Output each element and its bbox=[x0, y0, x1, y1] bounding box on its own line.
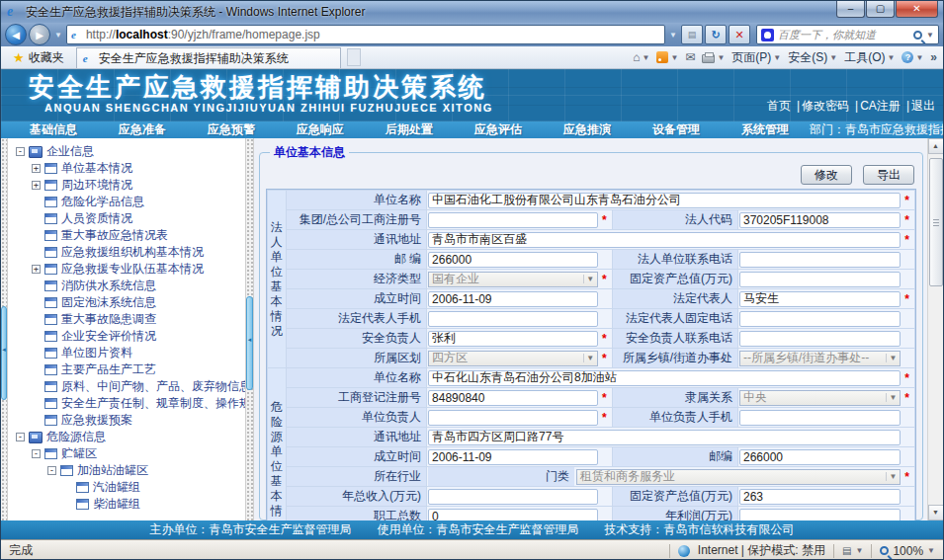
mail-button[interactable]: ✉ bbox=[685, 50, 695, 64]
nav-basic-info[interactable]: 基础信息 bbox=[9, 121, 98, 138]
stop-button[interactable]: ✕ bbox=[729, 25, 750, 44]
tree-toggle[interactable]: + bbox=[32, 265, 41, 274]
text-input[interactable] bbox=[428, 489, 598, 505]
nav-emergency-prepare[interactable]: 应急准备 bbox=[98, 121, 187, 138]
tree-item[interactable]: 原料、中间产物、产品、废弃物信息 bbox=[10, 378, 245, 395]
text-input[interactable] bbox=[428, 449, 598, 465]
address-field[interactable]: e http://localhost:90/yjzh/frame/homepag… bbox=[66, 25, 665, 44]
scroll-up-arrow[interactable]: ▲ bbox=[928, 138, 944, 154]
tree-item[interactable]: 危险化学品信息 bbox=[10, 194, 245, 210]
tree-item[interactable]: 单位图片资料 bbox=[10, 345, 245, 361]
back-button[interactable]: ◀ bbox=[5, 24, 27, 45]
zoom-control[interactable]: 100% ▼ bbox=[880, 544, 935, 558]
minimize-button[interactable]: – bbox=[836, 1, 865, 18]
text-input[interactable] bbox=[428, 212, 598, 228]
refresh-button[interactable]: ↻ bbox=[705, 25, 727, 44]
browser-tab[interactable]: e 安全生产应急救援指挥辅助决策系统 bbox=[76, 47, 341, 68]
dropdown-select[interactable]: 租赁和商务服务业▼ bbox=[576, 469, 901, 485]
maximize-button[interactable]: ▢ bbox=[866, 1, 895, 18]
tree-toggle[interactable]: - bbox=[16, 433, 25, 441]
close-button[interactable]: ✕ bbox=[896, 1, 938, 18]
text-input[interactable] bbox=[428, 430, 901, 445]
tree-item[interactable]: 固定泡沫系统信息 bbox=[10, 294, 245, 311]
menu-page[interactable]: 页面(P)▼ bbox=[731, 49, 781, 66]
text-input[interactable] bbox=[428, 252, 598, 268]
tree-item[interactable]: +应急救援专业队伍基本情况 bbox=[10, 261, 245, 278]
nav-post-disposal[interactable]: 后期处置 bbox=[365, 121, 454, 138]
tree-toggle[interactable]: + bbox=[32, 181, 41, 190]
vertical-scrollbar[interactable]: ▲ ▼ bbox=[927, 138, 943, 520]
protected-mode-menu[interactable]: ▤▼ bbox=[842, 545, 863, 556]
print-button[interactable]: ▼ bbox=[702, 51, 725, 63]
text-input[interactable] bbox=[739, 291, 901, 307]
tree-item[interactable]: -贮罐区 bbox=[10, 445, 245, 462]
text-input[interactable] bbox=[739, 449, 901, 465]
text-input[interactable] bbox=[739, 212, 901, 228]
new-tab-button[interactable] bbox=[347, 48, 361, 66]
modify-button[interactable]: 修改 bbox=[801, 165, 852, 185]
search-dropdown-icon[interactable]: ▼ bbox=[926, 31, 934, 40]
export-button[interactable]: 导出 bbox=[863, 165, 914, 185]
tree-item[interactable]: 重大事故隐患调查 bbox=[10, 311, 245, 328]
tree-item[interactable]: -加油站油罐区 bbox=[10, 462, 245, 479]
dropdown-select[interactable]: 国有企业▼ bbox=[428, 272, 598, 287]
text-input[interactable] bbox=[739, 489, 901, 505]
text-input[interactable] bbox=[428, 370, 901, 386]
forward-button[interactable]: ▶ bbox=[29, 24, 50, 45]
address-dropdown-icon[interactable]: ▼ bbox=[667, 31, 679, 40]
text-input[interactable] bbox=[428, 232, 901, 248]
tree-form-splitter[interactable] bbox=[245, 138, 254, 520]
tree-toggle[interactable]: + bbox=[32, 164, 41, 173]
favorites-button[interactable]: ★ 收藏夹 bbox=[7, 47, 70, 68]
dropdown-select[interactable]: 四方区▼ bbox=[428, 351, 598, 366]
splitter-collapse-handle[interactable] bbox=[246, 296, 253, 390]
tree-item[interactable]: 重大事故应急情况表 bbox=[10, 227, 245, 244]
text-input[interactable] bbox=[428, 410, 598, 426]
text-input[interactable] bbox=[428, 193, 901, 208]
toolbar-overflow-chevron[interactable]: » bbox=[930, 50, 937, 64]
menu-tools[interactable]: 工具(O)▼ bbox=[844, 49, 895, 66]
nav-system-management[interactable]: 系统管理 bbox=[721, 121, 810, 138]
dropdown-select[interactable]: 中央▼ bbox=[739, 390, 901, 406]
tree-item[interactable]: 应急救援预案 bbox=[10, 412, 245, 429]
tree-item[interactable]: 企业安全评价情况 bbox=[10, 328, 245, 345]
history-dropdown-icon[interactable]: ▼ bbox=[52, 31, 64, 40]
tree-item[interactable]: 消防供水系统信息 bbox=[10, 278, 245, 294]
tree-item[interactable]: 安全生产责任制、规章制度、操作规程信息 bbox=[10, 395, 245, 412]
link-logout[interactable]: 退出 bbox=[911, 99, 935, 113]
text-input[interactable] bbox=[428, 331, 598, 347]
nav-device-management[interactable]: 设备管理 bbox=[632, 121, 721, 138]
link-ca-register[interactable]: CA注册 bbox=[860, 99, 901, 113]
link-home[interactable]: 首页 bbox=[767, 99, 791, 113]
splitter-collapse-handle[interactable] bbox=[1, 306, 7, 400]
menu-safety[interactable]: 安全(S)▼ bbox=[788, 49, 837, 66]
text-input[interactable] bbox=[739, 311, 901, 327]
text-input[interactable] bbox=[428, 291, 598, 307]
feeds-button[interactable]: ▼ bbox=[656, 51, 678, 63]
tree-item[interactable]: 柴油罐组 bbox=[10, 496, 245, 513]
text-input[interactable] bbox=[739, 252, 901, 268]
left-edge-splitter[interactable] bbox=[1, 138, 8, 520]
tree-item[interactable]: +单位基本情况 bbox=[10, 160, 245, 177]
tree-item[interactable]: 应急救援组织机构基本情况 bbox=[10, 244, 245, 261]
link-change-password[interactable]: 修改密码 bbox=[802, 99, 849, 113]
text-input[interactable] bbox=[428, 390, 598, 406]
home-button[interactable]: ⌂▼ bbox=[633, 50, 649, 64]
search-box[interactable]: 百度一下，你就知道 ▼ bbox=[756, 25, 939, 44]
text-input[interactable] bbox=[428, 509, 598, 521]
compatibility-view-button[interactable]: ▤ bbox=[681, 25, 703, 44]
nav-emergency-response[interactable]: 应急响应 bbox=[276, 121, 365, 138]
tree-toggle[interactable]: - bbox=[16, 147, 25, 156]
tree-toggle[interactable]: - bbox=[47, 466, 56, 475]
nav-emergency-drill[interactable]: 应急推演 bbox=[543, 121, 632, 138]
tree-item[interactable]: +周边环境情况 bbox=[10, 177, 245, 194]
text-input[interactable] bbox=[739, 410, 901, 426]
text-input[interactable] bbox=[739, 331, 901, 347]
dropdown-select[interactable]: --所属乡镇/街道办事处--▼ bbox=[739, 351, 901, 366]
tree-toggle[interactable]: - bbox=[32, 449, 41, 458]
tree-item[interactable]: -危险源信息 bbox=[10, 429, 245, 445]
text-input[interactable] bbox=[739, 272, 901, 287]
tree-item[interactable]: 主要产品生产工艺 bbox=[10, 361, 245, 378]
nav-emergency-evaluation[interactable]: 应急评估 bbox=[454, 121, 543, 138]
scroll-down-arrow[interactable]: ▼ bbox=[928, 505, 944, 520]
